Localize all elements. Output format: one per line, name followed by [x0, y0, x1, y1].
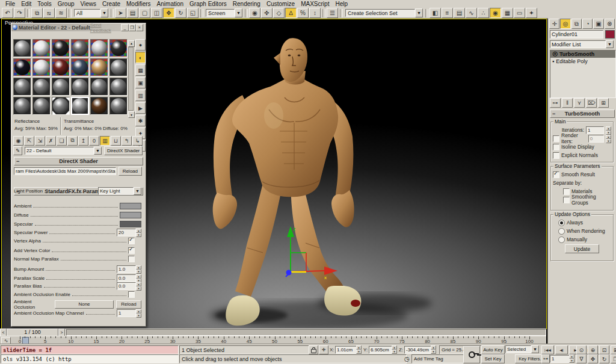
- use-pivot-center-icon[interactable]: ◉: [249, 8, 260, 18]
- track-bar[interactable]: ∿ 05101520253035404550556065707580859095…: [0, 336, 546, 344]
- param-value-field[interactable]: 20: [117, 229, 136, 236]
- param-value-field[interactable]: 0.0: [117, 282, 136, 290]
- when-rendering-radio[interactable]: [558, 228, 565, 235]
- spinner-snap-icon[interactable]: ↕: [309, 8, 321, 18]
- tab-utilities[interactable]: ⊗: [605, 19, 615, 29]
- iterations-spinner[interactable]: ▲▼: [606, 126, 611, 134]
- param-spinner[interactable]: ▲▼: [136, 265, 141, 273]
- select-and-scale-icon[interactable]: ◱: [187, 8, 199, 18]
- tab-motion[interactable]: ◔: [582, 19, 593, 29]
- x-coordinate-field[interactable]: 1.01cm: [335, 346, 359, 354]
- redo-icon[interactable]: ↷: [14, 8, 25, 18]
- iterations-field[interactable]: 1: [586, 126, 604, 134]
- select-and-manipulate-icon[interactable]: ✜: [261, 8, 273, 18]
- set-keys-button[interactable]: [463, 346, 480, 363]
- render-iters-field[interactable]: 0: [588, 135, 604, 143]
- menu-edit[interactable]: Edit: [18, 1, 34, 7]
- param-checkbox[interactable]: [128, 247, 135, 254]
- spin-up-icon[interactable]: ▲: [136, 274, 141, 279]
- rectangular-selection-region-icon[interactable]: ▢: [139, 8, 150, 18]
- menu-modifiers[interactable]: Modifiers: [123, 1, 154, 7]
- maximize-viewport-icon[interactable]: ❐: [611, 354, 616, 363]
- time-slider-handle[interactable]: 1 / 100: [7, 329, 58, 336]
- previous-frame-slider-button[interactable]: <: [0, 329, 7, 336]
- selection-filter-dropdown-value[interactable]: All: [74, 9, 100, 17]
- param-reload-button[interactable]: Reload: [116, 300, 141, 309]
- render-iters-checkbox[interactable]: [553, 135, 559, 142]
- snap-toggle-icon[interactable]: ◇: [273, 8, 285, 18]
- tab-create[interactable]: ✛: [549, 19, 559, 29]
- spin-down-icon[interactable]: ▼: [136, 313, 141, 318]
- menu-customize[interactable]: Customize: [263, 1, 298, 7]
- param-color-swatch[interactable]: [120, 203, 141, 209]
- param-value-field[interactable]: 1: [117, 309, 136, 317]
- zoom-icon[interactable]: ⊙: [576, 345, 587, 354]
- named-selection-set-dropdown-value[interactable]: Create Selection Set: [345, 9, 415, 17]
- curve-editor-icon[interactable]: ∿: [466, 8, 477, 18]
- angle-snap-icon[interactable]: ∆: [285, 8, 297, 18]
- frame-spinner[interactable]: ▲▼: [569, 354, 574, 362]
- menu-graph-editors[interactable]: Graph Editors: [186, 1, 230, 7]
- x-spinner[interactable]: ▲▼: [356, 345, 362, 353]
- bind-to-space-warp-icon[interactable]: ≋: [55, 8, 67, 18]
- select-object-icon[interactable]: ➤: [115, 8, 126, 18]
- explicit-normals-checkbox[interactable]: [553, 152, 559, 159]
- param-dropdown-arrow[interactable]: ▼: [134, 187, 141, 195]
- param-checkbox[interactable]: [128, 238, 135, 244]
- spin-up-icon[interactable]: ▲: [136, 282, 141, 286]
- param-checkbox[interactable]: [128, 291, 135, 298]
- render-iters-spinner[interactable]: ▲▼: [606, 135, 611, 143]
- spin-down-icon[interactable]: ▼: [136, 286, 141, 291]
- mirror-icon[interactable]: ◧: [430, 8, 441, 18]
- maxscript-listener-line1[interactable]: sliderTime = 1f: [1, 345, 179, 354]
- key-mode-toggle[interactable]: ⊶: [541, 354, 550, 363]
- tab-display[interactable]: ▣: [593, 19, 603, 29]
- menu-tools[interactable]: Tools: [34, 1, 54, 7]
- next-frame-slider-button[interactable]: >: [58, 329, 65, 336]
- unlink-selection-icon[interactable]: ⧅: [43, 8, 55, 18]
- named-selection-set-dropdown[interactable]: Create Selection Set▼: [345, 9, 423, 17]
- show-end-result-stack-icon[interactable]: ‖: [562, 98, 573, 108]
- menu-maxscript[interactable]: MAXScript: [298, 1, 332, 7]
- menu-animation[interactable]: Animation: [154, 1, 186, 7]
- zoom-extents-all-icon[interactable]: ⊞: [611, 345, 616, 354]
- param-none-button[interactable]: None: [55, 300, 114, 309]
- rollout-turbosmooth[interactable]: − TurboSmooth: [550, 110, 615, 118]
- selection-filter-dropdown[interactable]: All▼: [74, 9, 108, 17]
- zoom-all-icon[interactable]: ⊕: [588, 345, 598, 354]
- update-button[interactable]: Update: [565, 244, 599, 253]
- named-selection-set-dropdown-arrow[interactable]: ▼: [415, 8, 423, 17]
- selected-set-arrow[interactable]: ▼: [531, 345, 539, 353]
- param-color-swatch[interactable]: [120, 212, 141, 218]
- quick-render-icon[interactable]: ✦: [526, 8, 537, 18]
- make-unique-stack-icon[interactable]: ⋎: [574, 98, 585, 108]
- z-coordinate-field[interactable]: -304.49cm: [404, 346, 433, 354]
- spin-up-icon[interactable]: ▲: [136, 309, 141, 313]
- param-spinner[interactable]: ▲▼: [136, 229, 141, 236]
- edit-named-selection-icon[interactable]: ☰: [327, 8, 338, 18]
- menu-help[interactable]: Help: [332, 1, 351, 7]
- stack-item-editable-poly[interactable]: ▪Editable Poly: [550, 58, 615, 65]
- selected-set-dropdown[interactable]: Selected: [505, 345, 531, 353]
- spin-down-icon[interactable]: ▼: [136, 233, 141, 237]
- object-name-field[interactable]: Cylinder01: [550, 30, 603, 39]
- select-and-link-icon[interactable]: ⧉: [31, 8, 43, 18]
- rendered-frame-icon[interactable]: ▭: [514, 8, 525, 18]
- param-dropdown[interactable]: Key Light▼: [98, 187, 141, 195]
- param-color-swatch[interactable]: [120, 221, 141, 227]
- auto-key-button[interactable]: Auto Key: [481, 345, 505, 354]
- undo-icon[interactable]: ↶: [2, 8, 13, 18]
- select-and-move-icon[interactable]: ✥: [163, 8, 174, 18]
- param-spinner[interactable]: ▲▼: [136, 274, 141, 282]
- selection-lock-toggle[interactable]: [309, 345, 318, 354]
- schematic-view-icon[interactable]: ∴: [478, 8, 489, 18]
- menu-views[interactable]: Views: [78, 1, 100, 7]
- select-by-name-icon[interactable]: ▤: [127, 8, 138, 18]
- material-editor-icon[interactable]: ◉: [490, 8, 501, 18]
- render-setup-icon[interactable]: ▦: [502, 8, 513, 18]
- spin-down-icon[interactable]: ▼: [136, 270, 141, 274]
- menu-file[interactable]: File: [2, 1, 18, 7]
- select-and-rotate-icon[interactable]: ↻: [175, 8, 186, 18]
- param-checkbox[interactable]: [128, 256, 135, 262]
- creature-model[interactable]: [213, 38, 362, 325]
